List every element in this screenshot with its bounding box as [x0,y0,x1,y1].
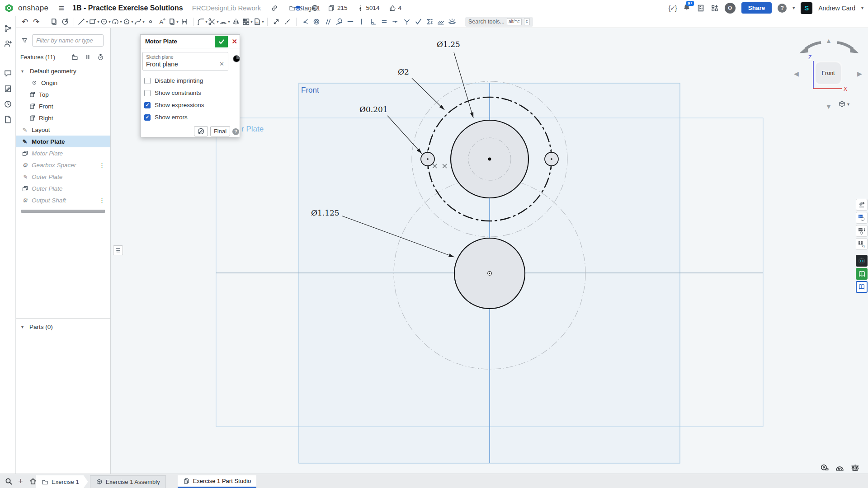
chevron-down-icon[interactable]: ▾ [21,324,27,329]
mirror-tool-button[interactable] [231,16,241,27]
add-folder-icon[interactable] [71,54,78,61]
construction-button[interactable] [282,16,293,27]
arc-tool-button[interactable]: ▾ [111,16,122,27]
tree-item-motor-plate-sketch-selected[interactable]: ✎Motor Plate [16,136,110,147]
tape-measure-icon[interactable] [820,463,829,473]
fix-constraint-button[interactable] [447,16,458,27]
filter-funnel-icon[interactable] [21,37,28,44]
notes-icon[interactable] [4,115,12,124]
dimension-d1-25[interactable]: Ø1.25 [437,40,460,49]
versions-graph-icon[interactable] [4,24,12,33]
app-library-green-button[interactable] [856,268,868,280]
disable-imprinting-row[interactable]: Disable imprinting [144,77,203,84]
tree-item-top-plane[interactable]: Top [16,89,110,100]
hatch-button[interactable] [435,16,446,27]
dimension-d1-125[interactable]: Ø1.125 [311,208,340,217]
show-expressions-row[interactable]: Show expressions [144,102,204,108]
parallel-constraint-button[interactable] [322,16,333,27]
dimension-d2[interactable]: Ø2 [398,67,409,76]
tree-item-gearbox-spacer[interactable]: ⚙Gearbox Spacer⋮ [16,159,110,171]
learning-center-icon[interactable]: ⚙ [725,3,736,14]
rectangle-tool-button[interactable]: ▾ [89,16,99,27]
rotate-up-arrow[interactable]: ▲ [826,37,832,44]
checkbox[interactable] [144,114,151,121]
offset-tool-button[interactable]: ▾ [219,16,230,27]
onshape-logo-icon[interactable] [5,4,14,13]
final-button[interactable]: Final [210,126,230,136]
paste-sketch-button[interactable] [48,16,59,27]
search-tabs-button[interactable] [5,477,13,485]
document-title[interactable]: 1B - Practice Exercise Solutions [72,4,183,12]
circle-tool-button[interactable]: ▾ [100,16,111,27]
checkbox[interactable] [144,78,151,84]
equal-constraint-button[interactable] [379,16,390,27]
tree-item-default-geometry[interactable]: ▾Default geometry [16,65,110,77]
horizontal-constraint-button[interactable] [345,16,356,27]
user-name[interactable]: Andrew Card [818,5,855,12]
apps-grid-icon[interactable] [711,4,719,12]
dimension-tool-button[interactable] [179,16,190,27]
normal-constraint-button[interactable] [413,16,424,27]
use-project-button[interactable] [60,16,71,27]
import-dxf-button[interactable]: ▾ [253,16,264,27]
tree-item-outer-plate-sketch[interactable]: ✎Outer Plate [16,171,110,183]
feature-panel-toggle-button[interactable] [113,245,123,255]
regeneration-time-icon[interactable] [97,54,104,61]
item-menu-icon[interactable]: ⋮ [99,162,105,169]
featurescript-icon[interactable]: {✓} [669,5,677,12]
avatar[interactable]: S [801,2,812,14]
suppress-pause-icon[interactable] [85,54,91,60]
undo-button[interactable]: ↶ [19,16,30,27]
coincident-constraint-button[interactable] [300,16,311,27]
clear-selection-icon[interactable]: ✕ [219,61,224,67]
trim-tool-button[interactable]: ▾ [208,16,219,27]
history-icon[interactable] [4,100,12,108]
app-robot-button[interactable] [856,255,868,267]
app-library-blue-button[interactable] [856,281,868,293]
configured-features-button[interactable] [856,225,868,237]
dimension-d0-201[interactable]: Ø0.201 [359,105,388,114]
chevron-down-icon[interactable]: ▾ [21,69,27,74]
help-caret-icon[interactable]: ▾ [793,5,795,10]
sketch-plane-field[interactable]: Sketch plane Front plane ✕ [142,52,228,70]
share-button[interactable]: Share [741,2,772,14]
tree-item-motor-plate-extrude[interactable]: Motor Plate [16,147,110,159]
dialog-help-icon[interactable]: ? [232,128,239,135]
tab-exercise-1-assembly[interactable]: Exercise 1 Assembly [90,475,166,488]
front-plane-label[interactable]: Front [301,86,319,94]
onshape-logo-text[interactable]: onshape [18,4,48,13]
fit-spline-button[interactable] [271,16,282,27]
midpoint-constraint-button[interactable] [390,16,401,27]
checkbox[interactable] [144,90,151,96]
protractor-icon[interactable] [835,463,844,473]
perpendicular-constraint-button[interactable] [368,16,378,27]
view-options-button[interactable]: ▾ [838,100,849,108]
mass-properties-icon[interactable] [850,463,860,473]
tangent-constraint-button[interactable] [334,16,344,27]
tree-item-output-shaft[interactable]: ⚙Output Shaft⋮ [16,194,110,206]
tree-item-origin[interactable]: Origin [16,77,110,89]
tree-item-outer-plate-extrude[interactable]: Outer Plate [16,183,110,194]
dialog-header[interactable]: Motor Plate ✕ [141,35,240,48]
insert-image-button[interactable]: ▾ [168,16,179,27]
show-constraints-row[interactable]: Show constraints [144,89,201,96]
follow-user-icon[interactable] [4,39,12,48]
checkbox[interactable] [144,102,151,108]
tree-item-front-plane[interactable]: Front [16,100,110,112]
comments-icon[interactable] [4,69,12,78]
tab-exercise-1-part-studio[interactable]: Exercise 1 Part Studio [178,475,257,488]
text-tool-button[interactable] [156,16,167,27]
show-errors-row[interactable]: Show errors [144,114,188,121]
fillet-tool-button[interactable]: ▾ [197,16,208,27]
spline-tool-button[interactable]: ▾ [134,16,145,27]
point-tool-button[interactable] [145,16,156,27]
rotate-right-arrow[interactable]: ▶ [857,70,862,77]
tree-item-layout-sketch[interactable]: ✎Layout [16,124,110,136]
notifications-bell[interactable]: 9+ [683,3,691,13]
rollback-bar[interactable] [21,210,105,213]
line-tool-button[interactable]: ▾ [77,16,88,27]
hamburger-menu-icon[interactable]: ≡ [58,2,64,14]
filter-input[interactable] [32,34,104,47]
parts-section-header[interactable]: ▾ Parts (0) [16,321,110,333]
confirm-button[interactable] [215,36,228,47]
